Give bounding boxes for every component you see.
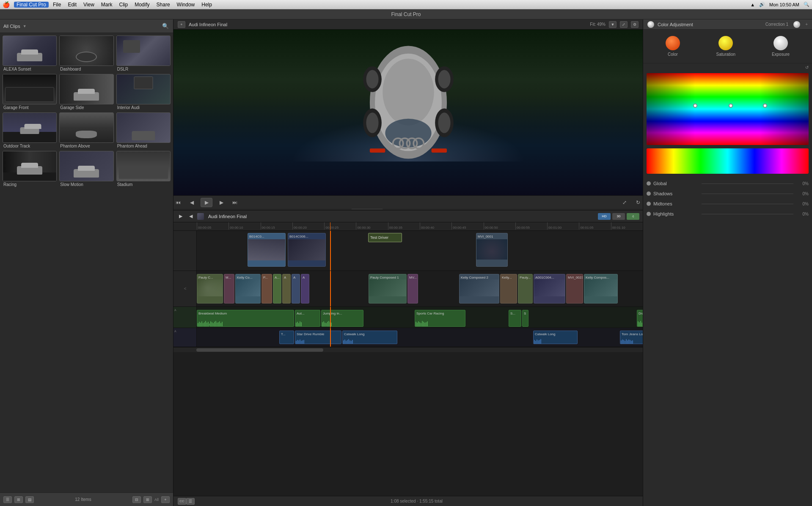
clip-item-racing[interactable]: Racing (3, 151, 57, 187)
overlay-test-driver[interactable]: Test Driver (368, 233, 402, 242)
main-clip-mvi0023[interactable]: MVI_0023 (566, 274, 583, 304)
color-ctrl-exp[interactable]: Exposure (772, 36, 790, 57)
shadows-slider[interactable] (702, 194, 793, 194)
search-icon[interactable]: 🔍 (161, 22, 170, 30)
bottom-captions-btn[interactable]: CC (178, 498, 186, 505)
highlights-slider[interactable] (702, 214, 793, 214)
menu-share[interactable]: Share (154, 2, 173, 8)
main-clip-8[interactable]: A (301, 274, 309, 304)
audio-t[interactable]: T... (279, 331, 294, 344)
color-reset-icon[interactable]: ↺ (805, 65, 809, 70)
main-clip-kelly-s[interactable]: Kelly... (500, 274, 517, 304)
ruler-marks: 00:00:05 00:00:10 00:00:15 00:00:20 00:0… (173, 222, 643, 230)
clip-item-phantom-above[interactable]: Phantom Above (59, 112, 113, 148)
clip-item-slow-motion[interactable]: Slow Motion (59, 151, 113, 187)
clip-item-phantom-ahead[interactable]: Phantom Ahead (116, 112, 171, 148)
clip-b014c006[interactable]: B014C006... (288, 233, 326, 267)
clip-item-dashboard[interactable]: Dashboard (59, 36, 113, 71)
color-ctrl-sat[interactable]: Saturation (716, 36, 736, 57)
apple-menu[interactable]: 🍎 (3, 1, 10, 8)
shadows-label: Shadows (653, 191, 699, 196)
waveform-star (295, 338, 341, 344)
add-correction-btn[interactable]: + (805, 22, 808, 27)
grid-view-btn[interactable]: ⊞ (14, 496, 23, 503)
audio-catwalk2[interactable]: Catwalk Long (533, 331, 578, 344)
main-clip-mv[interactable]: MV... (407, 274, 418, 304)
main-clip-pauly-s[interactable]: Pauly... (518, 274, 533, 304)
main-clip-3[interactable]: Kelly Co... (235, 274, 261, 304)
clip-item-stadium[interactable]: Stadium (116, 151, 171, 187)
timeline-play-btn[interactable]: ▶ (177, 213, 184, 220)
viewer-fullscreen-btn[interactable]: ⤢ (620, 21, 628, 28)
clip-label-phantom-above: Phantom Above (59, 144, 113, 148)
scroll-thumb[interactable] (196, 348, 323, 352)
clip-item-garage-side[interactable]: Garage Side (59, 74, 113, 110)
menu-modify[interactable]: Modify (132, 2, 152, 8)
color-dot-2[interactable] (729, 104, 733, 108)
viewer-settings-btn[interactable]: ⚙ (631, 21, 639, 28)
viewer-zoom-btn[interactable]: ▼ (609, 21, 617, 28)
menu-file[interactable]: File (50, 2, 63, 8)
main-clip-7[interactable]: A (292, 274, 300, 304)
bottom-timeline-btn[interactable]: ☰ (186, 498, 195, 505)
list-view-btn[interactable]: ☰ (3, 496, 12, 503)
clip-item-dslr[interactable]: DSLR (116, 36, 171, 71)
main-clip-2[interactable]: M... (224, 274, 234, 304)
timeline-scrollbar[interactable] (173, 347, 643, 352)
audio-sports[interactable]: Sports Car Racing (415, 310, 465, 327)
dropdown-arrow-icon[interactable]: ▼ (23, 24, 27, 28)
color-dot-1[interactable] (693, 104, 697, 108)
color-dot-3[interactable] (763, 104, 767, 108)
filter-btn[interactable]: ⊞ (143, 496, 152, 503)
clip-mvi0001[interactable]: MVI_0001 (476, 233, 508, 267)
viewer-skip-fwd-icon[interactable]: ⏭ (230, 199, 239, 206)
menu-mark[interactable]: Mark (99, 2, 115, 8)
clip-thumb-interior (116, 74, 171, 104)
viewer-play-btn[interactable]: ▶ (201, 198, 212, 207)
menu-edit[interactable]: Edit (65, 2, 79, 8)
timeline-tracks: B014C0... B014C006... MVI_0001 (173, 231, 643, 496)
add-btn[interactable]: + (161, 496, 170, 503)
menu-help[interactable]: Help (199, 2, 215, 8)
main-clip-6[interactable]: A (282, 274, 291, 304)
viewer-share-icon[interactable]: ↻ (633, 199, 643, 206)
viewer-add-btn[interactable]: + (178, 21, 185, 28)
menu-view[interactable]: View (81, 2, 97, 8)
main-clip-kelly2[interactable]: Kelly Composed 2 (459, 274, 499, 304)
audio-catwalk1[interactable]: Catwalk Long (342, 331, 397, 344)
clip-b014c0[interactable]: B014C0... (248, 233, 286, 267)
audio-jumping[interactable]: Jumping in... (321, 310, 363, 327)
audio-aut[interactable]: Aut... (295, 310, 320, 327)
main-clip-pauly-c1[interactable]: Pauly Composed 1 (369, 274, 407, 304)
global-slider[interactable] (702, 183, 793, 184)
audio-drag[interactable]: Drag Race (637, 310, 643, 327)
clip-item-interior[interactable]: Interior Audi (116, 74, 171, 110)
main-clip-kelly-c3[interactable]: Kelly Compos... (584, 274, 618, 304)
viewer-step-fwd-icon[interactable]: ▶ (217, 199, 226, 206)
menu-window[interactable]: Window (174, 2, 198, 8)
main-clip-4[interactable]: P... (261, 274, 272, 304)
audio-star-drive[interactable]: Star Drive Rumble (295, 331, 341, 344)
clip-item-alexa[interactable]: ALEXA Sunset (3, 36, 57, 71)
search-menubar-icon[interactable]: 🔍 (804, 2, 809, 7)
main-clip-1[interactable]: Pauly C... (197, 274, 223, 304)
clip-item-garage-front[interactable]: Garage Front (3, 74, 57, 110)
midtones-slider[interactable] (702, 204, 793, 204)
color-ctrl-color[interactable]: Color (666, 36, 680, 57)
color-gradient-area[interactable] (647, 73, 809, 145)
audio-s1[interactable]: S... (509, 310, 521, 327)
clip-item-outdoor[interactable]: Outdoor Track (3, 112, 57, 148)
viewer-step-back-icon[interactable]: ◀ (187, 199, 196, 206)
audio-torn[interactable]: Torn Jeans Long (620, 331, 643, 344)
main-clip-5[interactable]: A... (273, 274, 281, 304)
timeline-back-btn[interactable]: ◀ (187, 213, 195, 220)
audio-breakbeat[interactable]: Breakbeat Medium (197, 310, 294, 327)
main-clip-a001[interactable]: A001C004... (534, 274, 565, 304)
filmstrip-view-btn[interactable]: ▤ (25, 496, 34, 503)
menu-clip[interactable]: Clip (117, 2, 131, 8)
audio-s2[interactable]: S (522, 310, 528, 327)
menu-app[interactable]: Final Cut Pro (14, 2, 49, 8)
viewer-fullscreen-ctrl-icon[interactable]: ⤢ (620, 199, 629, 206)
sort-btn[interactable]: ⊟ (132, 496, 141, 503)
viewer-skip-back-icon[interactable]: ⏮ (173, 199, 183, 206)
